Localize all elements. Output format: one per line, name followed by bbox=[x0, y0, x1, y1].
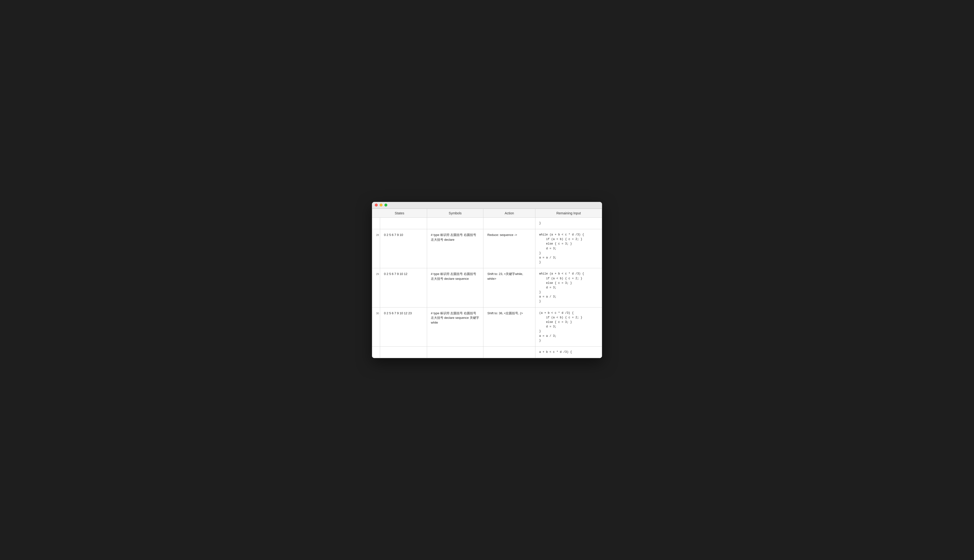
row-number bbox=[372, 347, 380, 358]
remaining-cell: while (a + b < c * d /3) { if (a < b) { … bbox=[535, 229, 602, 268]
table-row: 300 2 5 6 7 9 10 12 23# type 标识符 左圆括号 右圆… bbox=[372, 307, 602, 347]
action-cell: Shift to: 36, <左圆括号, (> bbox=[483, 307, 535, 347]
action-cell bbox=[483, 347, 535, 358]
title-bar bbox=[372, 202, 602, 208]
symbols-cell: # type 标识符 左圆括号 右圆括号 左大括号 declare sequen… bbox=[427, 268, 483, 307]
table-row: 290 2 5 6 7 9 10 12# type 标识符 左圆括号 右圆括号 … bbox=[372, 268, 602, 307]
action-cell bbox=[483, 217, 535, 229]
symbols-cell: # type 标识符 左圆括号 右圆括号 左大括号 declare sequen… bbox=[427, 307, 483, 347]
close-button[interactable] bbox=[375, 203, 378, 207]
symbols-cell bbox=[427, 347, 483, 358]
states-cell: 0 2 5 6 7 9 10 bbox=[380, 229, 427, 268]
table-row: } bbox=[372, 217, 602, 229]
states-cell: 0 2 5 6 7 9 10 12 23 bbox=[380, 307, 427, 347]
app-window: States Symbols Action Remaining Input }2… bbox=[372, 202, 602, 358]
remaining-cell: (a + b < c * d /3) { if (a < b) { c = 2;… bbox=[535, 307, 602, 347]
states-cell bbox=[380, 217, 427, 229]
row-number bbox=[372, 217, 380, 229]
remaining-header: Remaining Input bbox=[535, 208, 602, 217]
table-container: States Symbols Action Remaining Input }2… bbox=[372, 208, 602, 358]
parser-table: States Symbols Action Remaining Input }2… bbox=[372, 208, 602, 358]
states-cell: 0 2 5 6 7 9 10 12 bbox=[380, 268, 427, 307]
action-cell: Reduce: sequence -> bbox=[483, 229, 535, 268]
symbols-header: Symbols bbox=[427, 208, 483, 217]
table-row: 280 2 5 6 7 9 10# type 标识符 左圆括号 右圆括号 左大括… bbox=[372, 229, 602, 268]
states-header: States bbox=[372, 208, 427, 217]
row-number: 28 bbox=[372, 229, 380, 268]
row-number: 29 bbox=[372, 268, 380, 307]
remaining-cell: a + b < c * d /3) { bbox=[535, 347, 602, 358]
row-number: 30 bbox=[372, 307, 380, 347]
action-header: Action bbox=[483, 208, 535, 217]
maximize-button[interactable] bbox=[384, 203, 387, 207]
minimize-button[interactable] bbox=[379, 203, 383, 207]
symbols-cell bbox=[427, 217, 483, 229]
remaining-cell: while (a + b < c * d /3) { if (a < b) { … bbox=[535, 268, 602, 307]
states-cell bbox=[380, 347, 427, 358]
remaining-cell: } bbox=[535, 217, 602, 229]
symbols-cell: # type 标识符 左圆括号 右圆括号 左大括号 declare bbox=[427, 229, 483, 268]
action-cell: Shift to: 23, <关键字while, while> bbox=[483, 268, 535, 307]
table-row: a + b < c * d /3) { bbox=[372, 347, 602, 358]
